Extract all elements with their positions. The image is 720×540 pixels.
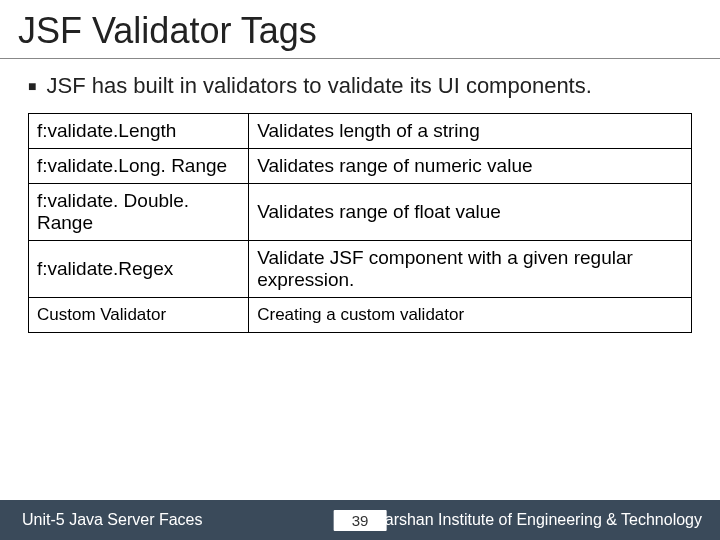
cell-tag: f:validate. Double. Range: [29, 184, 249, 241]
cell-tag: f:validate.Regex: [29, 241, 249, 298]
slide: JSF Validator Tags ■ JSF has built in va…: [0, 0, 720, 540]
cell-desc: Validate JSF component with a given regu…: [249, 241, 692, 298]
bullet-text: JSF has built in validators to validate …: [46, 73, 591, 99]
cell-tag: f:validate.Long. Range: [29, 149, 249, 184]
table-row: f:validate.Long. Range Validates range o…: [29, 149, 692, 184]
footer-bar: Unit-5 Java Server Faces 39 Darshan Inst…: [0, 500, 720, 540]
cell-desc: Validates length of a string: [249, 114, 692, 149]
table-row: f:validate.Regex Validate JSF component …: [29, 241, 692, 298]
cell-desc: Creating a custom validator: [249, 298, 692, 333]
validator-table: f:validate.Length Validates length of a …: [28, 113, 692, 333]
bullet-item: ■ JSF has built in validators to validat…: [28, 73, 692, 99]
cell-desc: Validates range of numeric value: [249, 149, 692, 184]
table-row: f:validate. Double. Range Validates rang…: [29, 184, 692, 241]
footer-institute: Darshan Institute of Engineering & Techn…: [373, 511, 720, 529]
slide-content: ■ JSF has built in validators to validat…: [0, 59, 720, 540]
cell-tag: f:validate.Length: [29, 114, 249, 149]
bullet-icon: ■: [28, 78, 36, 94]
cell-desc: Validates range of float value: [249, 184, 692, 241]
footer-unit: Unit-5 Java Server Faces: [0, 511, 203, 529]
table-row: Custom Validator Creating a custom valid…: [29, 298, 692, 333]
table-row: f:validate.Length Validates length of a …: [29, 114, 692, 149]
slide-title: JSF Validator Tags: [0, 0, 720, 59]
cell-tag: Custom Validator: [29, 298, 249, 333]
footer-page-number: 39: [334, 510, 387, 531]
